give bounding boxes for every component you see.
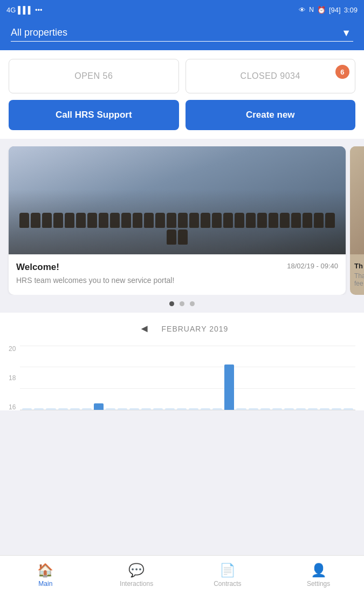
bar [94, 403, 104, 410]
bar [106, 408, 115, 410]
bars-container [20, 346, 355, 410]
nav-item-settings[interactable]: 👤 Settings [273, 556, 364, 594]
open-card[interactable]: OPEN 56 [9, 59, 179, 93]
create-new-button[interactable]: Create new [186, 100, 356, 130]
bar [189, 408, 198, 410]
chart-y-labels: 20 18 16 [9, 346, 16, 410]
header: All properties ▼ [0, 19, 364, 50]
contract-icon: 📄 [219, 563, 236, 578]
group-photo [9, 146, 346, 254]
bar [212, 408, 222, 410]
people-row [14, 213, 340, 245]
bar [284, 408, 294, 410]
signal-icon: ▌▌▌ [18, 6, 33, 14]
property-selector-wrap[interactable]: All properties ▼ [11, 25, 353, 42]
chart-prev-button[interactable]: ◄ [136, 321, 153, 336]
bar [118, 408, 127, 410]
status-bar-left: 4G ▌▌▌ ••• [6, 6, 43, 14]
nav-label-settings: Settings [307, 580, 330, 588]
bar [129, 408, 139, 410]
bar [82, 408, 92, 410]
person-icon: 👤 [311, 563, 327, 578]
nav-label-contracts: Contracts [214, 580, 241, 588]
carousel-track[interactable]: Welcome! 18/02/19 - 09:40 HRS team welco… [0, 146, 364, 295]
cards-row: OPEN 56 CLOSED 9034 6 [0, 50, 364, 93]
bar [165, 408, 175, 410]
bar [46, 408, 56, 410]
call-hrs-button[interactable]: Call HRS Support [9, 100, 179, 130]
carousel-title-row: Welcome! 18/02/19 - 09:40 [16, 262, 338, 273]
bar [272, 408, 282, 410]
open-card-label: OPEN 56 [74, 71, 113, 80]
bar [153, 408, 163, 410]
carousel-date: 18/02/19 - 09:40 [287, 262, 338, 270]
closed-card-badge: 6 [335, 65, 349, 79]
closed-card[interactable]: CLOSED 9034 6 [186, 59, 356, 93]
bar [70, 408, 80, 410]
bar [58, 408, 68, 410]
nav-item-interactions[interactable]: 💬 Interactions [91, 556, 182, 594]
nfc-icon: N [309, 6, 314, 14]
nav-item-main[interactable]: 🏠 Main [0, 556, 91, 594]
dot-2[interactable] [190, 301, 195, 306]
chart-bars-area [20, 346, 355, 410]
status-bar: 4G ▌▌▌ ••• 👁 N ⏰ [94] 3:09 [0, 0, 364, 19]
y-label-20: 20 [9, 346, 16, 352]
bar [296, 408, 306, 410]
carousel-slide-0[interactable]: Welcome! 18/02/19 - 09:40 HRS team welco… [9, 146, 346, 295]
time-label: 3:09 [344, 6, 358, 14]
property-selector[interactable]: All properties [11, 25, 353, 42]
carousel-description: HRS team welcomes you to new service por… [16, 276, 338, 285]
bar [320, 408, 329, 410]
bar [249, 408, 258, 410]
closed-card-label: CLOSED 9034 [241, 71, 300, 80]
home-icon: 🏠 [37, 563, 53, 578]
bar [308, 408, 318, 410]
bar [34, 408, 44, 410]
nav-label-main: Main [38, 580, 52, 588]
dot-1[interactable] [180, 301, 184, 306]
buttons-row: Call HRS Support Create new [0, 93, 364, 139]
carousel-slide-1-partial[interactable]: Th Thafee [350, 146, 364, 295]
chart-header: ◄ FEBRUARY 2019 [9, 321, 355, 336]
bar-chart: 20 18 16 [9, 346, 355, 410]
dot-0[interactable] [169, 301, 174, 306]
carousel-dots [0, 295, 364, 313]
carousel-image [9, 146, 346, 254]
bar [141, 408, 151, 410]
y-label-18: 18 [9, 375, 16, 381]
carousel-section: Welcome! 18/02/19 - 09:40 HRS team welco… [0, 139, 364, 313]
eye-icon: 👁 [299, 6, 306, 14]
bar [236, 408, 246, 410]
bar [201, 408, 210, 410]
bar [177, 408, 187, 410]
y-label-16: 16 [9, 404, 16, 410]
carousel-content: Welcome! 18/02/19 - 09:40 HRS team welco… [9, 254, 346, 294]
bar [22, 408, 32, 410]
bottom-nav: 🏠 Main 💬 Interactions 📄 Contracts 👤 Sett… [0, 555, 364, 594]
bar [332, 408, 341, 410]
bar [260, 408, 270, 410]
carousel-title: Welcome! [16, 262, 59, 273]
chart-section: ◄ FEBRUARY 2019 20 18 16 [0, 313, 364, 410]
alarm-icon: ⏰ [317, 6, 326, 14]
bar [224, 364, 234, 410]
bar [344, 408, 353, 410]
chat-icon: 💬 [128, 563, 145, 578]
nav-item-contracts[interactable]: 📄 Contracts [182, 556, 273, 594]
menu-dots: ••• [35, 6, 43, 14]
status-bar-right: 👁 N ⏰ [94] 3:09 [299, 6, 358, 14]
carrier-label: 4G [6, 6, 16, 14]
battery-label: [94] [329, 6, 341, 14]
nav-label-interactions: Interactions [120, 580, 153, 588]
chart-month-label: FEBRUARY 2019 [162, 325, 229, 333]
